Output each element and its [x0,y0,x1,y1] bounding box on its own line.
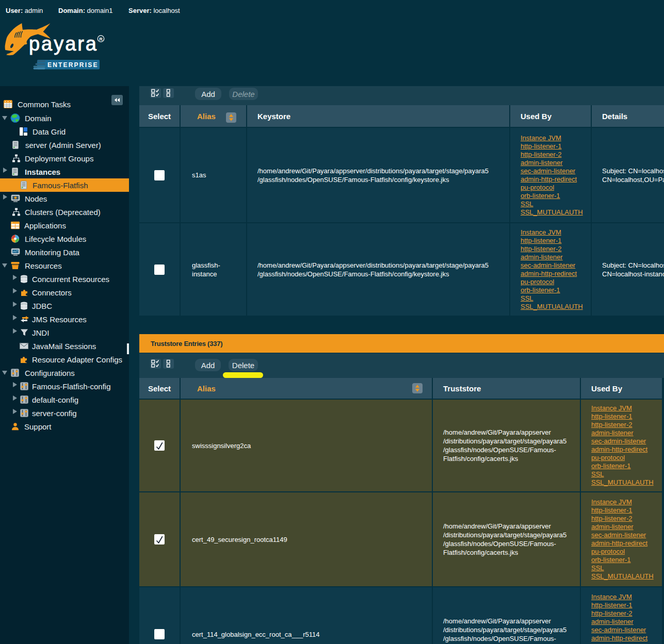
svg-text:R: R [99,37,103,42]
svg-text:payara: payara [29,33,97,55]
svg-text:ENTERPRISE: ENTERPRISE [47,61,99,69]
